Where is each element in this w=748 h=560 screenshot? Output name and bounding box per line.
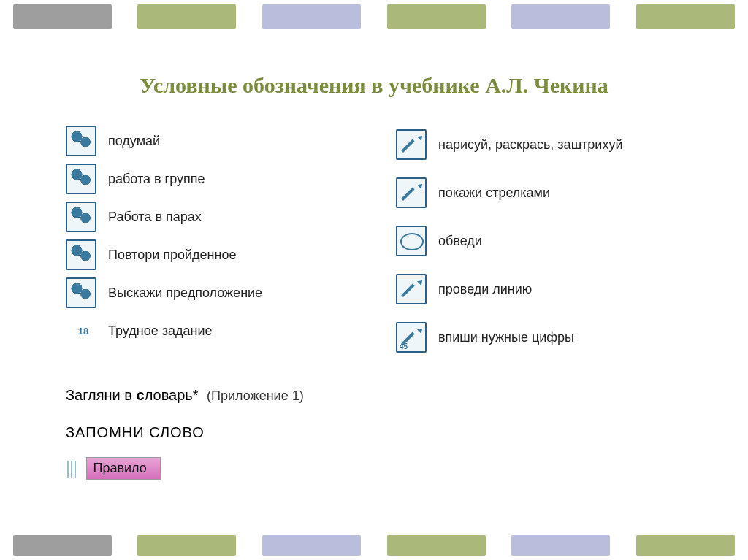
rule-row: Правило: [66, 441, 704, 480]
decor-seg: [511, 4, 610, 29]
legend-row: 45 впиши нужные цифры: [396, 317, 704, 358]
lookup-prefix: Загляни в: [66, 387, 137, 403]
group-icon: [66, 164, 96, 194]
below-block: Загляни в словарь* (Приложение 1) ЗАПОМН…: [66, 387, 704, 480]
decor-seg: [137, 4, 236, 29]
rule-marks-icon: [66, 461, 82, 478]
legend-label: работа в группе: [108, 171, 205, 188]
hard-task-number: 18: [66, 326, 101, 337]
think-icon: [66, 126, 96, 156]
speak-icon: [66, 277, 96, 308]
legend-label: проведи линию: [438, 281, 532, 298]
decor-seg: [262, 4, 361, 29]
legend-row: Повтори пройденное: [66, 238, 374, 272]
appendix-note: (Приложение 1): [207, 388, 304, 403]
line-icon: [396, 274, 427, 304]
decor-seg: [137, 535, 236, 556]
pair-icon: [66, 202, 96, 232]
circle-icon: [396, 226, 427, 256]
legend-row: проведи линию: [396, 269, 704, 310]
legend-row: подумай: [66, 124, 374, 158]
legend-row: работа в группе: [66, 162, 374, 196]
legend-label: нарисуй, раскрась, заштрихуй: [438, 137, 622, 153]
legend-row: Работа в парах: [66, 200, 374, 234]
legend-label: Выскажи предположение: [108, 285, 262, 302]
digits-icon: 45: [396, 322, 427, 353]
lookup-line: Загляни в словарь* (Приложение 1): [66, 387, 704, 404]
legend-label: покажи стрелками: [438, 185, 550, 202]
content-area: подумай работа в группе Работа в парах П…: [66, 124, 704, 480]
decor-band-bottom: [0, 535, 748, 556]
decor-seg: [387, 535, 486, 556]
page-title: Условные обозначения в учебнике А.Л. Чек…: [0, 73, 748, 98]
decor-band-top: [0, 4, 748, 29]
legend-row: нарисуй, раскрась, заштрихуй: [396, 124, 704, 165]
decor-seg: [636, 4, 735, 29]
legend-label: обведи: [438, 233, 482, 250]
lookup-rest: ловарь*: [145, 387, 199, 403]
legend-label: Трудное задание: [108, 323, 212, 340]
legend-column-right: нарисуй, раскрась, заштрихуй покажи стре…: [374, 124, 704, 365]
decor-seg: [636, 535, 735, 556]
decor-seg: [387, 4, 486, 29]
legend-row: покажи стрелками: [396, 172, 704, 213]
legend-row: 18 Трудное задание: [66, 314, 374, 348]
legend-label: подумай: [108, 133, 160, 150]
remember-word: ЗАПОМНИ СЛОВО: [66, 424, 704, 441]
legend-label: Повтори пройденное: [108, 247, 236, 264]
decor-seg: [13, 535, 112, 556]
legend-row: Выскажи предположение: [66, 276, 374, 310]
rule-box: Правило: [86, 457, 160, 480]
arrows-icon: [396, 177, 427, 208]
legend-label: Работа в парах: [108, 209, 202, 226]
lookup-bold: с: [137, 387, 145, 403]
legend-label: впиши нужные цифры: [438, 329, 574, 346]
decor-seg: [13, 4, 112, 29]
repeat-icon: [66, 239, 96, 270]
decor-seg: [262, 535, 361, 556]
legend-row: обведи: [396, 220, 704, 261]
legend-column-left: подумай работа в группе Работа в парах П…: [66, 124, 374, 365]
decor-seg: [511, 535, 610, 556]
pencil-icon: [396, 129, 427, 160]
